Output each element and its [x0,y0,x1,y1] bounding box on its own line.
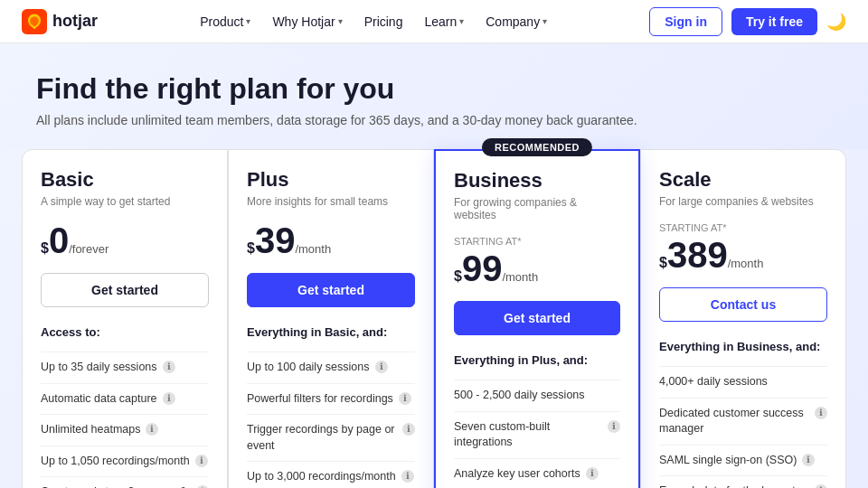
info-icon[interactable]: ℹ [401,470,414,483]
hero-section: Find the right plan for you All plans in… [0,43,868,149]
cta-button-plus[interactable]: Get started [247,273,415,307]
try-free-button[interactable]: Try it free [731,8,817,35]
nav-why-hotjar[interactable]: Why Hotjar ▾ [263,9,351,34]
price-row-plus: $ 39 /month [247,222,415,258]
plan-card-basic: BasicA simple way to get started $ 0 /fo… [22,149,228,488]
info-icon[interactable]: ℹ [399,392,411,405]
features-header-basic: Access to: [41,325,209,339]
chevron-down-icon: ▾ [542,16,547,26]
chevron-down-icon: ▾ [459,16,464,26]
feature-item-basic-2: Unlimited heatmaps ℹ [41,414,209,446]
info-icon[interactable]: ℹ [802,454,815,466]
feature-item-scale-1: Dedicated customer success manager ℹ [659,398,827,445]
feature-item-plus-2: Trigger recordings by page or event ℹ [247,414,415,461]
feature-text: SAML single sign-on (SSO) [659,453,797,469]
info-icon[interactable]: ℹ [195,455,208,467]
price-period-scale: /month [728,257,764,270]
cta-button-basic[interactable]: Get started [41,273,209,307]
plan-card-plus: PlusMore insights for small teams $ 39 /… [228,149,434,488]
price-amount-basic: 0 [49,222,69,258]
feature-item-basic-0: Up to 35 daily sessions ℹ [41,352,209,383]
feature-text: Enough data for the largest sites [659,483,809,488]
plan-name-plus: Plus [247,168,415,192]
info-icon[interactable]: ℹ [608,420,620,433]
plan-name-business: Business [454,169,620,192]
features-header-business: Everything in Plus, and: [454,353,620,367]
cta-button-scale[interactable]: Contact us [659,287,827,322]
chevron-down-icon: ▾ [338,16,343,26]
feature-text: Up to 100 daily sessions [247,360,370,376]
info-icon[interactable]: ℹ [815,407,827,419]
recommended-badge: RECOMMENDED [482,138,592,156]
feature-text: Seven custom-built integrations [454,419,602,451]
starting-at-business: STARTING AT* [454,236,620,247]
nav-product[interactable]: Product ▾ [191,9,259,34]
plan-desc-business: For growing companies & websites [454,196,620,221]
hero-title: Find the right plan for you [36,72,832,106]
price-row-scale: $ 389 /month [659,237,827,273]
feature-text: Analyze key user cohorts [454,466,580,483]
feature-text: Dedicated customer success manager [659,406,809,437]
nav-links: Product ▾ Why Hotjar ▾ Pricing Learn ▾ C… [191,9,556,34]
feature-text: Trigger recordings by page or event [247,422,397,454]
nav-actions: Sign in Try it free 🌙 [649,7,846,36]
signin-button[interactable]: Sign in [649,7,722,36]
starting-at-scale: STARTING AT* [659,222,827,233]
pricing-grid: BasicA simple way to get started $ 0 /fo… [0,149,868,488]
info-icon[interactable]: ℹ [163,361,175,373]
feature-text: Create and store 3 surveys & incoming fe… [41,484,191,488]
info-icon[interactable]: ℹ [375,361,388,373]
feature-text: Up to 35 daily sessions [41,360,157,376]
price-period-plus: /month [295,242,331,256]
dark-mode-toggle[interactable]: 🌙 [826,12,846,32]
price-period-business: /month [502,270,538,284]
info-icon[interactable]: ℹ [146,423,158,436]
feature-text: Automatic data capture [41,391,157,408]
plan-name-scale: Scale [659,168,827,192]
plan-desc-scale: For large companies & websites [659,195,827,208]
chevron-down-icon: ▾ [246,16,250,26]
feature-item-business-1: Seven custom-built integrations ℹ [454,411,620,458]
features-header-scale: Everything in Business, and: [659,340,827,353]
navbar: hotjar Product ▾ Why Hotjar ▾ Pricing Le… [0,0,868,43]
info-icon[interactable]: ℹ [815,484,827,488]
feature-item-basic-3: Up to 1,050 recordings/month ℹ [41,446,209,477]
price-dollar-business: $ [454,268,462,285]
info-icon[interactable]: ℹ [402,423,415,436]
plan-card-business: RECOMMENDEDBusinessFor growing companies… [434,149,640,488]
feature-item-basic-4: Create and store 3 surveys & incoming fe… [41,476,209,488]
feature-item-plus-0: Up to 100 daily sessions ℹ [247,352,415,383]
info-icon[interactable]: ℹ [163,392,175,405]
feature-item-business-2: Analyze key user cohorts ℹ [454,458,620,489]
price-row-basic: $ 0 /forever [41,222,209,258]
price-amount-business: 99 [462,250,503,286]
feature-text: Up to 3,000 recordings/month [247,469,396,485]
price-amount-plus: 39 [255,222,296,258]
cta-button-business[interactable]: Get started [454,301,620,335]
nav-pricing[interactable]: Pricing [355,9,412,34]
feature-item-plus-3: Up to 3,000 recordings/month ℹ [247,461,415,488]
feature-text: Unlimited heatmaps [41,422,140,438]
feature-text: Up to 1,050 recordings/month [41,454,190,470]
logo[interactable]: hotjar [22,9,98,34]
nav-company[interactable]: Company ▾ [476,9,556,34]
hotjar-logo-icon [22,9,47,34]
feature-item-basic-1: Automatic data capture ℹ [41,383,209,415]
feature-item-plus-1: Powerful filters for recordings ℹ [247,383,415,415]
nav-learn[interactable]: Learn ▾ [415,9,473,34]
features-header-plus: Everything in Basic, and: [247,325,415,339]
price-row-business: $ 99 /month [454,250,620,286]
feature-text: 4,000+ daily sessions [659,374,768,390]
plan-desc-plus: More insights for small teams [247,195,415,208]
info-icon[interactable]: ℹ [586,467,599,480]
plan-card-scale: ScaleFor large companies & websitesSTART… [640,149,846,488]
feature-item-business-0: 500 - 2,500 daily sessions [454,380,620,411]
feature-text: 500 - 2,500 daily sessions [454,388,585,404]
plan-name-basic: Basic [41,168,209,192]
price-dollar-plus: $ [247,240,255,257]
price-period-basic: /forever [69,242,108,256]
feature-item-scale-3: Enough data for the largest sites ℹ [659,475,827,488]
logo-text: hotjar [52,12,98,31]
price-amount-scale: 389 [667,237,728,273]
plan-desc-basic: A simple way to get started [41,195,209,208]
